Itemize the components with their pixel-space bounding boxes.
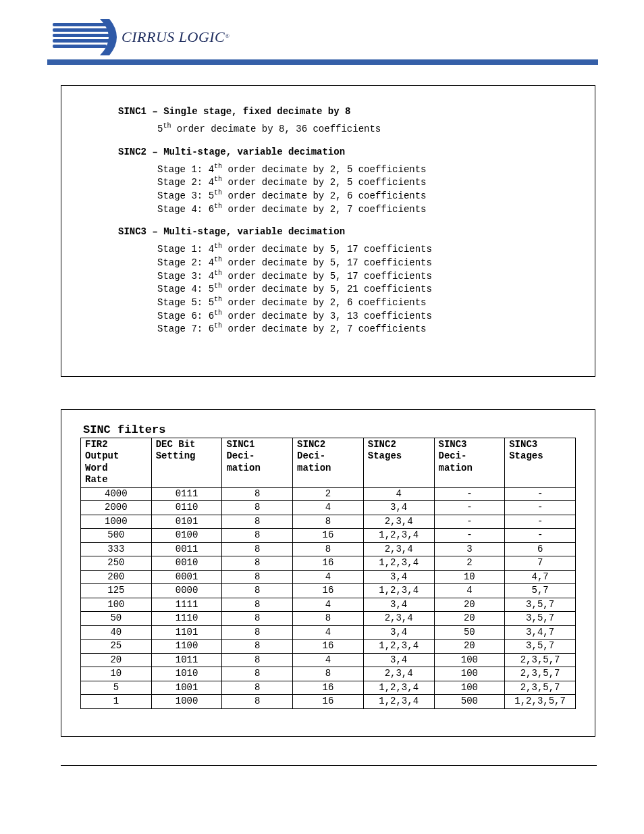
cell-r3-c5: - xyxy=(434,529,505,543)
company-name: CIRRUS LOGIC® xyxy=(122,28,230,46)
sinc3-stage-1: Stage 1: 4th order decimate by 5, 17 coe… xyxy=(157,242,579,255)
sinc2-stage-list: Stage 1: 4th order decimate by 2, 5 coef… xyxy=(78,163,579,215)
sinc3-stage-4: Stage 4: 5th order decimate by 5, 21 coe… xyxy=(157,282,579,294)
sinc-description-box: SINC1 – Single stage, fixed decimate by … xyxy=(61,85,595,377)
col-header-2: SINC1Deci-mation xyxy=(222,438,293,487)
cell-r11-c3: 16 xyxy=(293,640,364,654)
sinc3-stage-5: Stage 5: 5th order decimate by 2, 6 coef… xyxy=(157,296,579,308)
sinc2-stage-1: Stage 1: 4th order decimate by 2, 5 coef… xyxy=(157,163,579,175)
cell-r3-c2: 8 xyxy=(222,529,293,543)
table-row: 3330011882,3,436 xyxy=(81,542,576,556)
cell-r2-c1: 0101 xyxy=(151,515,222,529)
cell-r0-c6: - xyxy=(505,487,576,501)
svg-rect-3 xyxy=(53,39,111,43)
cell-r9-c3: 8 xyxy=(293,612,364,626)
cell-r6-c4: 3,4 xyxy=(363,570,434,584)
cell-r1-c5: - xyxy=(434,501,505,515)
sinc1-line: 5th order decimate by 8, 36 coefficients xyxy=(157,122,579,134)
sinc-filters-table: FIR2OutputWordRateDEC BitSettingSINC1Dec… xyxy=(80,438,576,709)
cell-r3-c0: 500 xyxy=(81,529,152,543)
company-logo: CIRRUS LOGIC® xyxy=(53,19,644,55)
cell-r8-c3: 4 xyxy=(293,598,364,612)
cell-r0-c1: 0111 xyxy=(151,487,222,501)
table-row: 12500008161,2,3,445,7 xyxy=(81,584,576,598)
sinc-filters-title: SINC filters xyxy=(83,423,576,436)
cell-r15-c1: 1000 xyxy=(151,695,222,709)
cell-r12-c0: 20 xyxy=(81,653,152,667)
cell-r1-c4: 3,4 xyxy=(363,501,434,515)
cell-r6-c3: 4 xyxy=(293,570,364,584)
svg-rect-2 xyxy=(53,34,115,37)
cell-r10-c0: 40 xyxy=(81,625,152,640)
page-header: CIRRUS LOGIC® xyxy=(0,0,644,55)
table-row: 510018161,2,3,41002,3,5,7 xyxy=(81,681,576,695)
cell-r9-c2: 8 xyxy=(222,612,293,626)
col-header-3: SINC2Deci-mation xyxy=(293,438,364,487)
cell-r5-c0: 250 xyxy=(81,556,152,571)
cell-r6-c0: 200 xyxy=(81,570,152,584)
col-header-1: DEC BitSetting xyxy=(151,438,222,487)
page: CIRRUS LOGIC® SINC1 – Single stage, fixe… xyxy=(0,0,644,834)
cell-r13-c2: 8 xyxy=(222,667,293,681)
svg-rect-1 xyxy=(53,28,111,32)
cell-r3-c6: - xyxy=(505,529,576,543)
col-header-0: FIR2OutputWordRate xyxy=(81,438,152,487)
cell-r4-c6: 6 xyxy=(505,542,576,556)
cell-r1-c6: - xyxy=(505,501,576,515)
table-row: 10000101882,3,4-- xyxy=(81,515,576,529)
cell-r6-c5: 10 xyxy=(434,570,505,584)
sinc2-stage-2: Stage 2: 4th order decimate by 2, 5 coef… xyxy=(157,176,579,188)
table-row: 2511008161,2,3,4203,5,7 xyxy=(81,640,576,654)
cell-r1-c2: 8 xyxy=(222,501,293,515)
table-header-row: FIR2OutputWordRateDEC BitSettingSINC1Dec… xyxy=(81,438,576,487)
cell-r10-c1: 1101 xyxy=(151,625,222,640)
cell-r7-c4: 1,2,3,4 xyxy=(363,584,434,598)
table-row: 201011843,41002,3,5,7 xyxy=(81,653,576,667)
svg-rect-4 xyxy=(53,45,107,48)
cirrus-logo-icon xyxy=(53,19,117,55)
cell-r2-c3: 8 xyxy=(293,515,364,529)
cell-r15-c6: 1,2,3,5,7 xyxy=(505,695,576,709)
table-row: 40000111824-- xyxy=(81,487,576,501)
sinc1-title: SINC1 – Single stage, fixed decimate by … xyxy=(118,106,579,117)
cell-r13-c3: 8 xyxy=(293,667,364,681)
cell-r2-c5: - xyxy=(434,515,505,529)
cell-r12-c4: 3,4 xyxy=(363,653,434,667)
cell-r7-c1: 0000 xyxy=(151,584,222,598)
cell-r5-c3: 16 xyxy=(293,556,364,571)
cell-r14-c5: 100 xyxy=(434,681,505,695)
col-header-6: SINC3Stages xyxy=(505,438,576,487)
table-row: 101010882,3,41002,3,5,7 xyxy=(81,667,576,681)
cell-r2-c2: 8 xyxy=(222,515,293,529)
cell-r13-c6: 2,3,5,7 xyxy=(505,667,576,681)
cell-r1-c3: 4 xyxy=(293,501,364,515)
cell-r10-c6: 3,4,7 xyxy=(505,625,576,640)
cell-r6-c1: 0001 xyxy=(151,570,222,584)
table-row: 2000001843,4104,7 xyxy=(81,570,576,584)
sinc3-stage-list: Stage 1: 4th order decimate by 5, 17 coe… xyxy=(78,242,579,334)
cell-r5-c4: 1,2,3,4 xyxy=(363,556,434,571)
cell-r0-c3: 2 xyxy=(293,487,364,501)
table-row: 25000108161,2,3,427 xyxy=(81,556,576,571)
cell-r7-c2: 8 xyxy=(222,584,293,598)
cell-r14-c3: 16 xyxy=(293,681,364,695)
cell-r10-c4: 3,4 xyxy=(363,625,434,640)
table-row: 401101843,4503,4,7 xyxy=(81,625,576,640)
cell-r3-c3: 16 xyxy=(293,529,364,543)
table-row: 20000110843,4-- xyxy=(81,501,576,515)
cell-r7-c0: 125 xyxy=(81,584,152,598)
svg-rect-0 xyxy=(53,23,107,26)
col-header-4: SINC2Stages xyxy=(363,438,434,487)
table-row: 501110882,3,4203,5,7 xyxy=(81,612,576,626)
cell-r4-c1: 0011 xyxy=(151,542,222,556)
page-content: SINC1 – Single stage, fixed decimate by … xyxy=(0,65,644,737)
cell-r7-c3: 16 xyxy=(293,584,364,598)
cell-r6-c6: 4,7 xyxy=(505,570,576,584)
col-header-5: SINC3Deci-mation xyxy=(434,438,505,487)
cell-r5-c2: 8 xyxy=(222,556,293,571)
cell-r11-c2: 8 xyxy=(222,640,293,654)
sinc3-stage-3: Stage 3: 4th order decimate by 5, 17 coe… xyxy=(157,269,579,282)
cell-r7-c5: 4 xyxy=(434,584,505,598)
cell-r4-c5: 3 xyxy=(434,542,505,556)
cell-r5-c1: 0010 xyxy=(151,556,222,571)
